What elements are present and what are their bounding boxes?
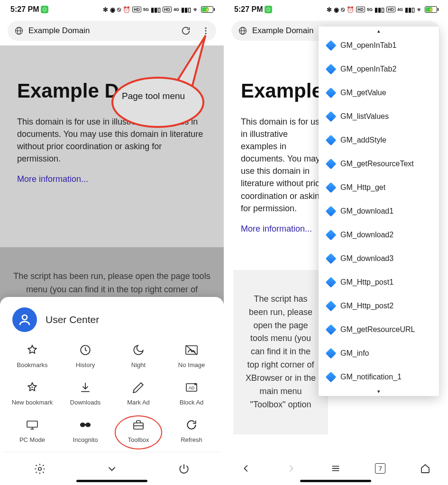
script-label: GM_notification_1 [340, 373, 402, 381]
script-icon [326, 135, 337, 146]
script-item-gm_getresourceurl[interactable]: GM_getResourceURL [319, 318, 439, 341]
main-menu-sheet: User Center BookmarksHistoryNightNo Imag… [0, 297, 224, 485]
back-button[interactable] [239, 461, 253, 476]
menu-item-block-ad[interactable]: ADBlock Ad [165, 381, 218, 406]
script-icon [326, 301, 337, 312]
script-item-gm_download2[interactable]: GM_download2 [319, 223, 439, 247]
menu-item-night[interactable]: Night [112, 343, 165, 368]
toolbox-icon [132, 418, 145, 431]
alarm-icon: ⏰ [347, 6, 354, 13]
battery-icon: ⚡ [425, 6, 437, 13]
menu-item-label: PC Mode [19, 436, 45, 443]
svg-text:AD: AD [189, 386, 195, 390]
address-bar[interactable]: Example Domain [8, 21, 216, 41]
menu-item-label: Refresh [181, 436, 202, 443]
menu-item-new-bookmark[interactable]: New bookmark [6, 381, 59, 406]
globe-icon [238, 26, 247, 36]
svg-rect-14 [84, 424, 86, 425]
scroll-up-icon[interactable]: ▴ [319, 28, 439, 34]
menu-item-no-image[interactable]: No Image [165, 343, 218, 368]
script-item-gm_notification_1[interactable]: GM_notification_1 [319, 365, 439, 389]
menu-item-label: Toolbox [128, 436, 149, 443]
script-icon [326, 64, 337, 75]
eye-icon: ◉ [110, 6, 115, 13]
more-info-link[interactable]: More information... [17, 174, 88, 184]
script-label: GM_download3 [340, 254, 393, 263]
svg-point-2 [205, 27, 207, 29]
script-icon [326, 182, 337, 193]
forward-button[interactable] [284, 461, 298, 476]
eye-icon: ◉ [334, 6, 339, 13]
script-label: GM_getResourceText [340, 160, 414, 168]
power-button[interactable] [177, 462, 191, 476]
script-label: GM_download1 [340, 207, 393, 216]
script-item-gm_http_post1[interactable]: GM_Http_post1 [319, 270, 439, 294]
alarm-icon: ⏰ [123, 6, 130, 13]
signal-icon: ▮▮▯ [375, 6, 384, 13]
reload-button[interactable] [178, 23, 193, 38]
status-bar: 5:27 PM ✻ ◉ ⦸ ⏰ HD 5G ▮▮▯ HD 4G ▮▮▯ ᯤ ⚡ [224, 0, 448, 19]
script-item-gm_addstyle[interactable]: GM_addStyle [319, 128, 439, 152]
script-icon [326, 348, 337, 359]
script-label: GM_openInTab2 [340, 65, 396, 73]
script-item-gm_listvalues[interactable]: GM_listValues [319, 105, 439, 128]
menu-item-mark-ad[interactable]: Mark Ad [112, 381, 165, 406]
signal-icon: ▮▮▯ [405, 6, 415, 13]
menu-item-label: Block Ad [180, 399, 204, 406]
script-item-gm_openintab2[interactable]: GM_openInTab2 [319, 57, 439, 81]
tabs-button[interactable]: 7 [373, 461, 387, 476]
script-label: GM_openInTab1 [340, 41, 396, 50]
menu-item-label: No Image [178, 361, 205, 368]
menu-button[interactable] [329, 461, 343, 476]
script-item-gm_download3[interactable]: GM_download3 [319, 247, 439, 270]
status-time: 5:27 PM [234, 5, 263, 14]
script-item-gm_getvalue[interactable]: GM_getValue [319, 81, 439, 105]
script-item-gm_http_get[interactable]: GM_Http_get [319, 176, 439, 199]
bluetooth-icon: ✻ [327, 6, 332, 13]
script-item-gm_download1[interactable]: GM_download1 [319, 199, 439, 223]
menu-item-incognito[interactable]: Incognito [59, 418, 112, 443]
home-indicator[interactable] [300, 480, 371, 482]
menu-item-pc-mode[interactable]: PC Mode [6, 418, 59, 443]
home-button[interactable] [418, 461, 432, 476]
menu-item-history[interactable]: History [59, 343, 112, 368]
net-5g: 5G [367, 7, 373, 12]
script-icon [326, 206, 337, 217]
script-item-gm_getresourcetext[interactable]: GM_getResourceText [319, 152, 439, 176]
menu-item-refresh[interactable]: Refresh [165, 418, 218, 443]
signal-icon: ▮▮▯ [151, 6, 161, 13]
status-icons: ✻ ◉ ⦸ ⏰ HD 5G ▮▮▯ HD 4G ▮▮▯ ᯤ ⚡ [103, 6, 213, 13]
more-info-link[interactable]: More information... [241, 224, 312, 234]
script-icon [326, 277, 337, 288]
script-item-gm_http_post2[interactable]: GM_Http_post2 [319, 294, 439, 318]
settings-button[interactable] [33, 462, 47, 476]
dnd-icon: ⦸ [341, 6, 345, 13]
net-5g: 5G [143, 7, 149, 12]
net-4g: 4G [174, 7, 179, 12]
script-item-gm_info[interactable]: GM_info [319, 341, 439, 365]
script-icon [326, 159, 337, 170]
menu-item-label: History [76, 361, 95, 368]
status-app-icon [41, 6, 48, 13]
user-avatar-icon[interactable] [12, 307, 37, 332]
collapse-button[interactable] [105, 462, 119, 476]
scroll-down-icon[interactable]: ▾ [319, 389, 439, 394]
script-item-gm_openintab1[interactable]: GM_openInTab1 [319, 34, 439, 57]
home-indicator[interactable] [76, 480, 147, 482]
hd-icon: HD [163, 7, 172, 12]
menu-item-bookmarks[interactable]: Bookmarks [6, 343, 59, 368]
svg-rect-11 [27, 421, 37, 427]
incognito-icon [79, 418, 92, 431]
menu-item-label: New bookmark [12, 399, 53, 406]
refresh-icon [185, 418, 198, 431]
script-icon [326, 372, 337, 383]
menu-item-downloads[interactable]: Downloads [59, 381, 112, 406]
script-label: GM_Http_post1 [340, 278, 393, 287]
svg-point-16 [38, 467, 42, 470]
history-icon [79, 343, 92, 357]
menu-item-toolbox[interactable]: Toolbox [112, 418, 165, 443]
status-time: 5:27 PM [10, 5, 39, 14]
pc-mode-icon [26, 418, 39, 431]
svg-point-4 [205, 33, 207, 34]
script-icon [326, 111, 337, 122]
